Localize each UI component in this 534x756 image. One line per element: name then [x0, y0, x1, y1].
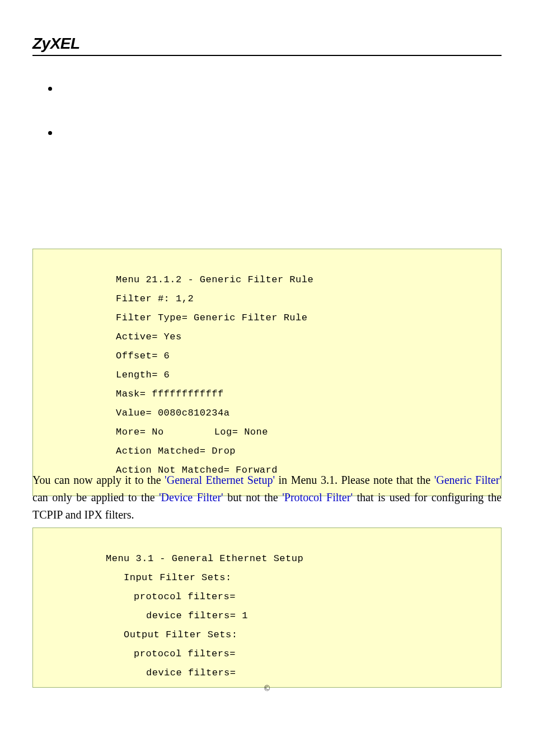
body-text: can only be applied to the: [32, 491, 159, 503]
code-line: Menu 21.1.2 - Generic Filter Rule: [116, 270, 501, 290]
link-protocol-filter[interactable]: 'Protocol Filter': [282, 491, 353, 503]
code-line: More= NoLog= None: [116, 423, 501, 442]
code-line: Mask= ffffffffffff: [116, 385, 501, 404]
code-text: Log= None: [214, 427, 268, 437]
bullet-icon: [48, 87, 52, 91]
code-line: Input Filter Sets:: [106, 568, 501, 587]
body-paragraph: You can now apply it to the 'General Eth…: [32, 472, 502, 524]
code-line: Action Matched= Drop: [116, 442, 501, 461]
link-generic-filter[interactable]: 'Generic Filter': [434, 474, 502, 486]
logo-text: ZyXEL: [32, 35, 502, 53]
body-text: You can now apply it to the: [32, 474, 165, 486]
body-text: but not the: [223, 491, 283, 503]
code-line: Offset= 6: [116, 347, 501, 366]
bullet-icon: [48, 131, 52, 135]
code-line: Menu 3.1 - General Ethernet Setup: [106, 549, 501, 568]
link-general-ethernet-setup[interactable]: 'General Ethernet Setup': [165, 474, 275, 486]
code-line: Filter Type= Generic Filter Rule: [116, 309, 501, 328]
bullet-list: [48, 87, 52, 175]
code-line: Output Filter Sets:: [106, 626, 501, 645]
code-line: Value= 0080c810234a: [116, 404, 501, 423]
page-header: ZyXEL: [32, 35, 502, 56]
code-line: protocol filters=: [106, 587, 501, 606]
code-line: protocol filters=: [106, 645, 501, 664]
code-line: Length= 6: [116, 366, 501, 385]
code-line: device filters=: [106, 664, 501, 683]
code-line: device filters= 1: [106, 606, 501, 626]
copyright-symbol: ©: [0, 684, 534, 693]
link-device-filter[interactable]: 'Device Filter': [159, 491, 223, 503]
code-block-ethernet-setup: Menu 3.1 - General Ethernet Setup Input …: [32, 528, 502, 688]
header-divider: [32, 55, 502, 56]
code-line: Filter #: 1,2: [116, 290, 501, 309]
body-text: in Menu 3.1. Please note that the: [275, 474, 434, 486]
code-text: More= No: [116, 427, 164, 437]
code-block-filter-rule: Menu 21.1.2 - Generic Filter Rule Filter…: [32, 249, 502, 496]
code-line: Active= Yes: [116, 328, 501, 347]
